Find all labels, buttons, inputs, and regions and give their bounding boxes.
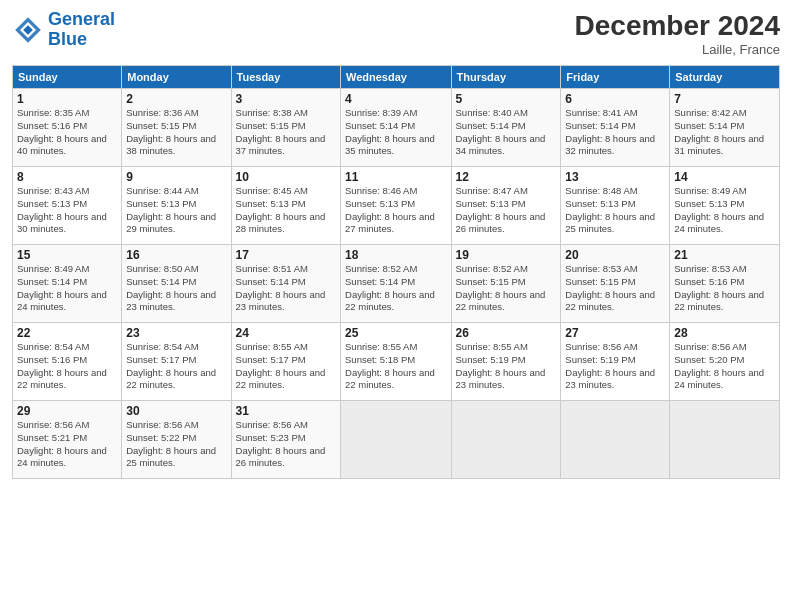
calendar-cell: 25 Sunrise: 8:55 AM Sunset: 5:18 PM Dayl… — [341, 323, 452, 401]
logo-text: General Blue — [48, 10, 115, 50]
sunrise-label: Sunrise: 8:46 AM — [345, 185, 417, 196]
calendar-cell: 18 Sunrise: 8:52 AM Sunset: 5:14 PM Dayl… — [341, 245, 452, 323]
sunrise-label: Sunrise: 8:54 AM — [17, 341, 89, 352]
sunrise-label: Sunrise: 8:55 AM — [236, 341, 308, 352]
calendar-cell: 10 Sunrise: 8:45 AM Sunset: 5:13 PM Dayl… — [231, 167, 340, 245]
sunrise-label: Sunrise: 8:35 AM — [17, 107, 89, 118]
sunset-label: Sunset: 5:20 PM — [674, 354, 744, 365]
day-info: Sunrise: 8:38 AM Sunset: 5:15 PM Dayligh… — [236, 107, 336, 158]
sunrise-label: Sunrise: 8:38 AM — [236, 107, 308, 118]
sunrise-label: Sunrise: 8:56 AM — [565, 341, 637, 352]
daylight-label: Daylight: 8 hours and 40 minutes. — [17, 133, 107, 157]
sunset-label: Sunset: 5:15 PM — [236, 120, 306, 131]
day-number: 4 — [345, 92, 447, 106]
calendar-cell: 9 Sunrise: 8:44 AM Sunset: 5:13 PM Dayli… — [122, 167, 231, 245]
sunset-label: Sunset: 5:15 PM — [565, 276, 635, 287]
daylight-label: Daylight: 8 hours and 22 minutes. — [345, 289, 435, 313]
day-info: Sunrise: 8:56 AM Sunset: 5:23 PM Dayligh… — [236, 419, 336, 470]
daylight-label: Daylight: 8 hours and 22 minutes. — [17, 367, 107, 391]
calendar-cell: 22 Sunrise: 8:54 AM Sunset: 5:16 PM Dayl… — [13, 323, 122, 401]
day-number: 19 — [456, 248, 557, 262]
sunset-label: Sunset: 5:14 PM — [236, 276, 306, 287]
calendar-cell: 5 Sunrise: 8:40 AM Sunset: 5:14 PM Dayli… — [451, 89, 561, 167]
calendar-row: 22 Sunrise: 8:54 AM Sunset: 5:16 PM Dayl… — [13, 323, 780, 401]
day-info: Sunrise: 8:45 AM Sunset: 5:13 PM Dayligh… — [236, 185, 336, 236]
daylight-label: Daylight: 8 hours and 26 minutes. — [456, 211, 546, 235]
calendar-cell: 20 Sunrise: 8:53 AM Sunset: 5:15 PM Dayl… — [561, 245, 670, 323]
calendar-cell: 17 Sunrise: 8:51 AM Sunset: 5:14 PM Dayl… — [231, 245, 340, 323]
calendar-cell: 2 Sunrise: 8:36 AM Sunset: 5:15 PM Dayli… — [122, 89, 231, 167]
day-number: 26 — [456, 326, 557, 340]
day-number: 30 — [126, 404, 226, 418]
day-info: Sunrise: 8:39 AM Sunset: 5:14 PM Dayligh… — [345, 107, 447, 158]
day-info: Sunrise: 8:44 AM Sunset: 5:13 PM Dayligh… — [126, 185, 226, 236]
header: General Blue December 2024 Laille, Franc… — [12, 10, 780, 57]
calendar-cell: 12 Sunrise: 8:47 AM Sunset: 5:13 PM Dayl… — [451, 167, 561, 245]
sunrise-label: Sunrise: 8:47 AM — [456, 185, 528, 196]
daylight-label: Daylight: 8 hours and 26 minutes. — [236, 445, 326, 469]
sunset-label: Sunset: 5:13 PM — [674, 198, 744, 209]
day-info: Sunrise: 8:47 AM Sunset: 5:13 PM Dayligh… — [456, 185, 557, 236]
calendar-cell: 4 Sunrise: 8:39 AM Sunset: 5:14 PM Dayli… — [341, 89, 452, 167]
daylight-label: Daylight: 8 hours and 23 minutes. — [126, 289, 216, 313]
daylight-label: Daylight: 8 hours and 22 minutes. — [674, 289, 764, 313]
title-area: December 2024 Laille, France — [575, 10, 780, 57]
sunrise-label: Sunrise: 8:43 AM — [17, 185, 89, 196]
sunrise-label: Sunrise: 8:42 AM — [674, 107, 746, 118]
calendar-cell: 14 Sunrise: 8:49 AM Sunset: 5:13 PM Dayl… — [670, 167, 780, 245]
day-number: 21 — [674, 248, 775, 262]
sunset-label: Sunset: 5:14 PM — [674, 120, 744, 131]
sunset-label: Sunset: 5:13 PM — [236, 198, 306, 209]
calendar-cell: 21 Sunrise: 8:53 AM Sunset: 5:16 PM Dayl… — [670, 245, 780, 323]
sunset-label: Sunset: 5:15 PM — [126, 120, 196, 131]
calendar-row: 29 Sunrise: 8:56 AM Sunset: 5:21 PM Dayl… — [13, 401, 780, 479]
month-title: December 2024 — [575, 10, 780, 42]
daylight-label: Daylight: 8 hours and 35 minutes. — [345, 133, 435, 157]
sunset-label: Sunset: 5:22 PM — [126, 432, 196, 443]
sunrise-label: Sunrise: 8:54 AM — [126, 341, 198, 352]
day-number: 18 — [345, 248, 447, 262]
daylight-label: Daylight: 8 hours and 38 minutes. — [126, 133, 216, 157]
daylight-label: Daylight: 8 hours and 23 minutes. — [565, 367, 655, 391]
day-info: Sunrise: 8:54 AM Sunset: 5:16 PM Dayligh… — [17, 341, 117, 392]
calendar-row: 15 Sunrise: 8:49 AM Sunset: 5:14 PM Dayl… — [13, 245, 780, 323]
day-info: Sunrise: 8:52 AM Sunset: 5:15 PM Dayligh… — [456, 263, 557, 314]
sunrise-label: Sunrise: 8:56 AM — [674, 341, 746, 352]
day-number: 16 — [126, 248, 226, 262]
daylight-label: Daylight: 8 hours and 22 minutes. — [456, 289, 546, 313]
day-info: Sunrise: 8:55 AM Sunset: 5:18 PM Dayligh… — [345, 341, 447, 392]
day-info: Sunrise: 8:56 AM Sunset: 5:19 PM Dayligh… — [565, 341, 665, 392]
day-number: 27 — [565, 326, 665, 340]
sunrise-label: Sunrise: 8:53 AM — [565, 263, 637, 274]
day-info: Sunrise: 8:55 AM Sunset: 5:17 PM Dayligh… — [236, 341, 336, 392]
sunrise-label: Sunrise: 8:51 AM — [236, 263, 308, 274]
day-info: Sunrise: 8:40 AM Sunset: 5:14 PM Dayligh… — [456, 107, 557, 158]
day-number: 25 — [345, 326, 447, 340]
sunrise-label: Sunrise: 8:36 AM — [126, 107, 198, 118]
sunset-label: Sunset: 5:16 PM — [17, 354, 87, 365]
day-number: 22 — [17, 326, 117, 340]
day-number: 14 — [674, 170, 775, 184]
calendar-cell: 26 Sunrise: 8:55 AM Sunset: 5:19 PM Dayl… — [451, 323, 561, 401]
sunset-label: Sunset: 5:14 PM — [565, 120, 635, 131]
day-number: 29 — [17, 404, 117, 418]
daylight-label: Daylight: 8 hours and 22 minutes. — [345, 367, 435, 391]
calendar-cell: 24 Sunrise: 8:55 AM Sunset: 5:17 PM Dayl… — [231, 323, 340, 401]
sunrise-label: Sunrise: 8:44 AM — [126, 185, 198, 196]
calendar-cell: 8 Sunrise: 8:43 AM Sunset: 5:13 PM Dayli… — [13, 167, 122, 245]
daylight-label: Daylight: 8 hours and 23 minutes. — [236, 289, 326, 313]
day-number: 9 — [126, 170, 226, 184]
day-info: Sunrise: 8:49 AM Sunset: 5:14 PM Dayligh… — [17, 263, 117, 314]
calendar-cell — [670, 401, 780, 479]
day-info: Sunrise: 8:56 AM Sunset: 5:20 PM Dayligh… — [674, 341, 775, 392]
calendar-cell: 30 Sunrise: 8:56 AM Sunset: 5:22 PM Dayl… — [122, 401, 231, 479]
day-info: Sunrise: 8:43 AM Sunset: 5:13 PM Dayligh… — [17, 185, 117, 236]
calendar-cell: 23 Sunrise: 8:54 AM Sunset: 5:17 PM Dayl… — [122, 323, 231, 401]
sunset-label: Sunset: 5:14 PM — [126, 276, 196, 287]
location: Laille, France — [575, 42, 780, 57]
day-number: 5 — [456, 92, 557, 106]
day-info: Sunrise: 8:35 AM Sunset: 5:16 PM Dayligh… — [17, 107, 117, 158]
day-number: 11 — [345, 170, 447, 184]
calendar-cell: 27 Sunrise: 8:56 AM Sunset: 5:19 PM Dayl… — [561, 323, 670, 401]
calendar-body: 1 Sunrise: 8:35 AM Sunset: 5:16 PM Dayli… — [13, 89, 780, 479]
